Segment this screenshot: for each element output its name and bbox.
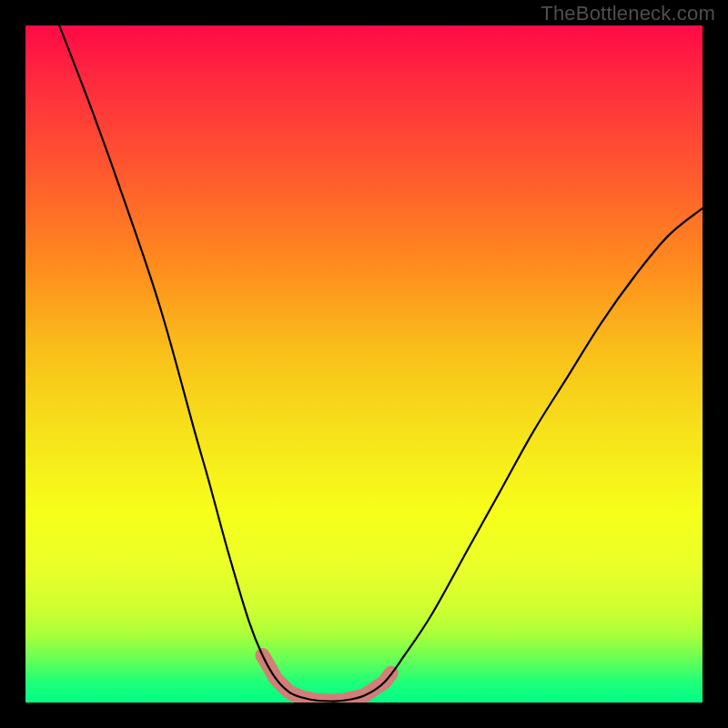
bottleneck-curve	[59, 25, 703, 702]
highlight-layer	[262, 655, 390, 702]
watermark-text: TheBottleneck.com	[541, 2, 715, 25]
highlight-segment-0	[262, 655, 309, 699]
chart-frame: TheBottleneck.com	[0, 0, 728, 728]
curve-layer	[59, 25, 703, 702]
chart-svg	[25, 25, 703, 703]
